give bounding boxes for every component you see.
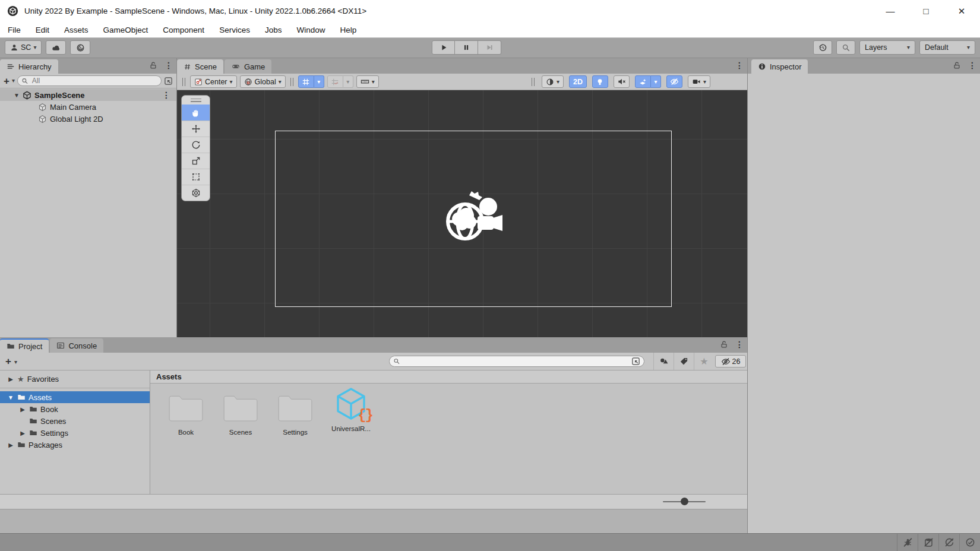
pause-button[interactable] xyxy=(455,40,478,55)
create-asset-button[interactable]: + xyxy=(5,356,11,366)
tree-item-favorites[interactable]: ▶ ★ Favorites xyxy=(0,373,150,385)
search-by-type-button[interactable] xyxy=(653,353,674,370)
cloud-services-button[interactable] xyxy=(46,40,66,55)
menu-services[interactable]: Services xyxy=(219,26,250,34)
foldout-arrow[interactable]: ▶ xyxy=(19,406,26,413)
scene-visibility-toggle[interactable] xyxy=(666,75,682,88)
menu-jobs[interactable]: Jobs xyxy=(265,26,282,34)
hierarchy-item-main-camera[interactable]: Main Camera xyxy=(0,101,176,113)
camera-settings-dropdown[interactable]: ▾ xyxy=(688,75,710,88)
menu-assets[interactable]: Assets xyxy=(64,26,88,34)
project-search-input[interactable] xyxy=(403,357,628,366)
create-object-button[interactable]: + xyxy=(4,76,10,86)
drag-handle-icon[interactable] xyxy=(532,78,535,86)
lock-icon[interactable] xyxy=(720,340,728,349)
move-tool-button[interactable] xyxy=(182,121,210,137)
hierarchy-item-global-light[interactable]: Global Light 2D xyxy=(0,113,176,125)
foldout-arrow[interactable]: ▼ xyxy=(13,92,20,99)
slider-knob[interactable] xyxy=(681,498,688,505)
tab-game[interactable]: Game xyxy=(225,59,271,74)
scene-effects-dropdown[interactable]: ▾ xyxy=(651,75,661,88)
tool-handle-pivot-dropdown[interactable]: Center ▾ xyxy=(190,75,237,88)
grid-visibility-toggle[interactable] xyxy=(298,75,314,88)
panel-menu-button[interactable]: ⋮ xyxy=(735,340,744,349)
account-dropdown[interactable]: SC ▾ xyxy=(5,40,42,55)
tree-item-scenes[interactable]: Scenes xyxy=(0,415,150,427)
toggle-2d-view[interactable]: 2D xyxy=(569,75,587,88)
tree-item-packages[interactable]: ▶ Packages xyxy=(0,439,150,451)
drag-handle-icon[interactable] xyxy=(182,78,185,86)
project-search-field[interactable] xyxy=(389,356,644,367)
foldout-arrow[interactable]: ▼ xyxy=(7,394,14,401)
camera-and-light-gizmo[interactable] xyxy=(438,188,505,246)
menu-window[interactable]: Window xyxy=(296,26,325,34)
asset-item-scenes[interactable]: Scenes xyxy=(215,390,266,436)
layout-dropdown[interactable]: Default ▾ xyxy=(919,40,975,55)
panel-menu-button[interactable]: ⋮ xyxy=(165,61,173,69)
scene-menu-button[interactable]: ⋮ xyxy=(162,91,170,99)
minimize-button[interactable]: — xyxy=(883,4,898,19)
rect-tool-button[interactable] xyxy=(182,169,210,185)
global-search-button[interactable] xyxy=(836,40,855,55)
tree-item-book[interactable]: ▶ Book xyxy=(0,403,150,415)
drag-handle-icon[interactable] xyxy=(290,78,293,86)
chevron-down-icon[interactable]: ▾ xyxy=(12,78,15,84)
menu-edit[interactable]: Edit xyxy=(36,26,49,34)
thumbnail-zoom-slider[interactable] xyxy=(663,501,706,502)
tree-item-settings[interactable]: ▶ Settings xyxy=(0,427,150,439)
auto-refresh-disabled-button[interactable] xyxy=(938,534,959,551)
lock-icon[interactable] xyxy=(149,61,157,69)
asset-item-urp[interactable]: {} UniversalR... xyxy=(325,386,377,432)
scene-picker-icon[interactable] xyxy=(164,77,173,86)
foldout-arrow[interactable]: ▶ xyxy=(19,430,26,436)
panel-menu-button[interactable]: ⋮ xyxy=(735,61,744,69)
project-content-area[interactable]: Assets Book Scenes Settings {} Universal… xyxy=(150,370,747,494)
undo-history-button[interactable] xyxy=(813,40,832,55)
saved-search-button[interactable]: ★ xyxy=(694,353,714,370)
foldout-arrow[interactable]: ▶ xyxy=(7,442,14,448)
chevron-down-icon[interactable]: ▾ xyxy=(14,359,17,365)
rotate-tool-button[interactable] xyxy=(182,137,210,153)
background-tasks-button[interactable] xyxy=(959,534,980,551)
tab-project[interactable]: Project xyxy=(0,338,49,353)
maximize-button[interactable]: □ xyxy=(918,4,934,19)
search-in-window-icon[interactable] xyxy=(631,357,640,366)
transform-tool-button[interactable] xyxy=(182,185,210,201)
debugger-disabled-button[interactable] xyxy=(897,534,918,551)
draw-mode-dropdown[interactable]: ▾ xyxy=(542,75,564,88)
menu-help[interactable]: Help xyxy=(340,26,356,34)
foldout-arrow[interactable]: ▶ xyxy=(7,376,14,382)
scene-effects-toggle[interactable] xyxy=(635,75,651,88)
layers-dropdown[interactable]: Layers ▾ xyxy=(859,40,915,55)
hierarchy-search-input[interactable] xyxy=(31,76,157,86)
scene-lighting-toggle[interactable] xyxy=(592,75,608,88)
menu-component[interactable]: Component xyxy=(163,26,204,34)
play-button[interactable] xyxy=(432,40,455,55)
hidden-packages-toggle[interactable]: 26 xyxy=(715,355,746,368)
hierarchy-search-field[interactable] xyxy=(17,75,162,86)
menu-gameobject[interactable]: GameObject xyxy=(103,26,148,34)
audio-mute-toggle[interactable] xyxy=(614,75,630,88)
grid-snapping-toggle[interactable] xyxy=(327,75,343,88)
hand-tool-button[interactable] xyxy=(182,104,210,121)
snap-increment-dropdown[interactable]: ▾ xyxy=(356,75,379,88)
step-button[interactable] xyxy=(478,40,501,55)
hierarchy-scene-row[interactable]: ▼ SampleScene ⋮ xyxy=(0,89,176,101)
tree-item-assets[interactable]: ▼ Assets xyxy=(0,391,150,403)
tool-handle-rotation-dropdown[interactable]: Global ▾ xyxy=(240,75,286,88)
tab-console[interactable]: Console xyxy=(50,338,103,353)
asset-item-settings[interactable]: Settings xyxy=(270,390,321,436)
cache-server-disabled-button[interactable] xyxy=(918,534,938,551)
plastic-scm-button[interactable] xyxy=(70,40,90,55)
panel-menu-button[interactable]: ⋮ xyxy=(968,61,976,69)
search-by-label-button[interactable] xyxy=(674,353,694,370)
palette-drag-handle[interactable] xyxy=(182,96,210,104)
scale-tool-button[interactable] xyxy=(182,153,210,169)
lock-icon[interactable] xyxy=(953,61,961,69)
tab-inspector[interactable]: Inspector xyxy=(751,59,808,74)
asset-item-book[interactable]: Book xyxy=(160,390,211,436)
scene-canvas[interactable] xyxy=(177,90,747,337)
grid-settings-dropdown[interactable]: ▾ xyxy=(314,75,324,88)
menu-file[interactable]: File xyxy=(8,26,21,34)
close-button[interactable]: ✕ xyxy=(954,4,969,19)
